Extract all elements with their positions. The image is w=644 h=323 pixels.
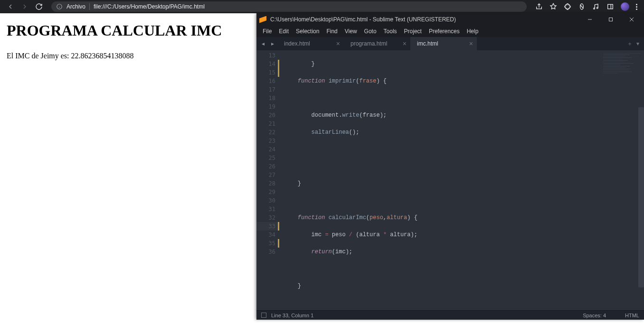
address-url: file:///C:/Users/Home/Desktop/PAG/imc.ht… xyxy=(94,3,205,10)
nav-back-button[interactable] xyxy=(7,3,14,10)
menu-project[interactable]: Project xyxy=(401,27,425,36)
scrollbar-vertical[interactable] xyxy=(638,107,644,287)
minimap-content xyxy=(603,53,641,91)
svg-point-6 xyxy=(597,7,598,9)
window-title: C:\Users\Home\Desktop\PAG\imc.html - Sub… xyxy=(270,16,456,23)
tab-close-icon[interactable]: × xyxy=(403,40,407,47)
menu-view[interactable]: View xyxy=(341,27,360,36)
menu-bar: File Edit Selection Find View Goto Tools… xyxy=(256,26,644,37)
window-maximize-button[interactable] xyxy=(600,13,621,26)
tab-scroll-right[interactable]: ▸ xyxy=(268,37,277,50)
nav-reload-button[interactable] xyxy=(35,3,43,10)
menu-help[interactable]: Help xyxy=(464,27,482,36)
oval-icon[interactable] xyxy=(578,3,586,10)
address-origin-label: Archivo xyxy=(66,3,85,10)
address-separator xyxy=(89,3,90,10)
tab-close-icon[interactable]: × xyxy=(336,40,340,47)
svg-point-5 xyxy=(594,8,595,9)
menu-file[interactable]: File xyxy=(259,27,275,36)
status-bar: Line 33, Column 1 Spaces: 4 HTML xyxy=(256,310,644,320)
line-number: 20 xyxy=(256,111,279,120)
extensions-icon[interactable] xyxy=(564,3,571,10)
code-editor[interactable]: } function imprimir(frase) { document.wr… xyxy=(279,50,592,310)
tab-bar: ◂ ▸ index.html × programa.html × imc.htm… xyxy=(256,37,644,50)
line-number: 35 xyxy=(256,239,279,248)
tab-programa-html[interactable]: programa.html × xyxy=(344,37,410,50)
music-icon[interactable] xyxy=(592,3,600,10)
window-titlebar[interactable]: C:\Users\Home\Desktop\PAG\imc.html - Sub… xyxy=(256,13,644,26)
info-icon xyxy=(56,3,63,10)
line-number: 31 xyxy=(256,205,279,213)
line-number: 32 xyxy=(256,213,279,222)
new-tab-icon[interactable]: ＋ xyxy=(627,40,633,48)
minimap[interactable] xyxy=(592,50,644,310)
tab-menu-icon[interactable]: ▾ xyxy=(636,40,639,47)
line-number: 33 xyxy=(256,222,279,231)
line-number: 29 xyxy=(256,188,279,196)
line-number: 16 xyxy=(256,77,279,85)
svg-rect-10 xyxy=(609,18,613,21)
status-syntax[interactable]: HTML xyxy=(625,313,639,318)
tab-scroll-left[interactable]: ◂ xyxy=(258,37,268,50)
line-number: 26 xyxy=(256,162,279,171)
kebab-menu-icon[interactable] xyxy=(636,4,637,10)
line-number: 17 xyxy=(256,85,279,94)
menu-goto[interactable]: Goto xyxy=(361,27,380,36)
status-position[interactable]: Line 33, Column 1 xyxy=(271,313,313,318)
svg-line-4 xyxy=(580,5,584,9)
bookmark-star-icon[interactable] xyxy=(549,3,557,10)
share-icon[interactable] xyxy=(535,3,543,10)
tab-label: programa.html xyxy=(350,40,387,47)
line-number: 13 xyxy=(256,51,279,60)
status-panel-icon[interactable] xyxy=(261,313,266,318)
menu-find[interactable]: Find xyxy=(323,27,341,36)
line-number: 30 xyxy=(256,196,279,205)
browser-toolbar: Archivo file:///C:/Users/Home/Desktop/PA… xyxy=(0,0,644,13)
line-number-gutter: 1314151617181920212223242526272829303132… xyxy=(256,50,279,310)
svg-rect-7 xyxy=(608,4,613,9)
line-number: 28 xyxy=(256,179,279,188)
tab-label: index.html xyxy=(284,40,310,47)
line-number: 18 xyxy=(256,94,279,102)
line-number: 19 xyxy=(256,102,279,111)
line-number: 23 xyxy=(256,137,279,145)
line-number: 36 xyxy=(256,248,279,256)
menu-edit[interactable]: Edit xyxy=(275,27,292,36)
panel-icon[interactable] xyxy=(606,3,614,10)
tab-label: imc.html xyxy=(417,40,438,47)
sublime-logo-icon xyxy=(259,16,266,23)
menu-selection[interactable]: Selection xyxy=(293,27,322,36)
window-minimize-button[interactable] xyxy=(579,13,600,26)
menu-tools[interactable]: Tools xyxy=(380,27,400,36)
nav-forward-button[interactable] xyxy=(21,3,28,10)
line-number: 21 xyxy=(256,120,279,128)
address-bar[interactable]: Archivo file:///C:/Users/Home/Desktop/PA… xyxy=(51,1,527,12)
line-number: 25 xyxy=(256,154,279,162)
line-number: 15 xyxy=(256,68,279,77)
profile-avatar[interactable] xyxy=(621,2,629,11)
tab-index-html[interactable]: index.html × xyxy=(277,37,344,50)
menu-preferences[interactable]: Preferences xyxy=(426,27,463,36)
tab-close-icon[interactable]: × xyxy=(469,40,473,47)
line-number: 14 xyxy=(256,60,279,68)
line-number: 22 xyxy=(256,128,279,137)
tab-imc-html[interactable]: imc.html × xyxy=(410,37,477,50)
line-number: 27 xyxy=(256,171,279,179)
status-indent[interactable]: Spaces: 4 xyxy=(583,313,606,318)
sublime-window: C:\Users\Home\Desktop\PAG\imc.html - Sub… xyxy=(256,13,644,320)
line-number: 24 xyxy=(256,145,279,154)
line-number: 34 xyxy=(256,231,279,239)
window-close-button[interactable] xyxy=(621,13,642,26)
